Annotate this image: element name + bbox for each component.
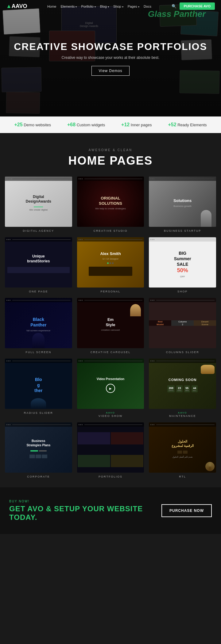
demo-label-shop: SHOP [177,290,188,293]
demo-thumb-creative-carousel: EmStyle creative carousel [77,298,144,348]
demo-thumb-corporate: BusinessStrategies Plans [5,422,72,473]
site-logo[interactable]: ▲ AAVO [6,3,27,10]
logo-accent: ▲ [6,3,12,10]
demo-item-creative-carousel[interactable]: EmStyle creative carousel CREATIVE CAROU… [77,298,144,354]
stats-bar: +25 Demo websites +68 Custom widgets +12… [0,116,221,133]
nav-shop[interactable]: Shop ▾ [113,5,123,8]
demo-item-video-show[interactable]: Video Presentation ▶ AAVO VIDEO SHOW [77,359,144,417]
demo-grid: DigitalDesignAwards We create digital DI… [0,177,221,487]
demo-thumb-rtl: الحلولالرقمية لمشروع نقدم لكم أفضل الحلو… [149,422,216,473]
purchase-button[interactable]: PURCHASE AVO [180,2,215,10]
demo-item-personal[interactable]: Alex Smith UI / UX Designer PERSONAL [77,237,144,293]
home-pages-section: AWESOME & CLEAN HOME PAGES DigitalDesign… [0,133,221,487]
nav-home[interactable]: Home [47,5,56,8]
demo-item-maintenance[interactable]: COMING SOON 269DAYS 23HRS 55MIN 44SEC AA… [149,359,216,417]
hero-cta-button[interactable]: View Demos [91,66,129,76]
hero-subtitle: Creative way to showcase your works at t… [14,55,207,60]
demo-label-corporate: CORPORATE [27,475,50,478]
demo-label-columns-slider: COLUMNS SLIDER [166,351,199,354]
navbar: ▲ AAVO Home Elements ▾ Portfolio ▾ Blog … [0,0,221,12]
hero-content: CREATIVE SHOWCASE PORTFOLIOS Creative wa… [14,41,207,76]
demo-item-business-startup[interactable]: Solutions Business growth BUSINESS START… [149,177,216,232]
demo-item-corporate[interactable]: BusinessStrategies Plans CO [5,422,72,478]
demo-label-creative-carousel: CREATIVE CAROUSEL [91,351,130,354]
section-label: AWESOME & CLEAN [6,148,215,152]
stat-label-4: Ready Elements [177,123,207,127]
demo-label-radius-slider: RADIUS SLIDER [24,411,53,414]
demo-thumb-maintenance: COMING SOON 269DAYS 23HRS 55MIN 44SEC [149,359,216,409]
stat-demo-websites: +25 Demo websites [14,122,51,128]
section-title: HOME PAGES [6,154,215,167]
stat-num-2: +68 [67,122,76,127]
search-icon[interactable]: 🔍 [172,4,176,9]
demo-sublabel-maintenance: AAVO [178,411,187,414]
demo-item-columns-slider[interactable]: RedModel Column2 DesertScene COLUMNS SLI… [149,298,216,354]
demo-item-radius-slider[interactable]: Blogther RADIUS SLIDER [5,359,72,417]
demo-thumb-full-screen: BlackPanther full screen experience [5,298,72,348]
footer-purchase-button[interactable]: PURCHASE NOW [161,504,212,517]
demo-item-rtl[interactable]: الحلولالرقمية لمشروع نقدم لكم أفضل الحلو… [149,422,216,478]
demo-label-business-startup: BUSINESS STARTUP [164,229,201,232]
demo-label-rtl: RTL [179,475,186,478]
stat-label-2: Custom widgets [77,123,105,127]
nav-links: Home Elements ▾ Portfolio ▾ Blog ▾ Shop … [47,3,151,9]
nav-right: 🔍 PURCHASE AVO [172,2,215,10]
demo-label-maintenance: MAINTENANCE [169,414,196,417]
stat-label-3: Inner pages [131,123,152,127]
demo-label-portfolios: PORTFOLIOS [99,475,122,478]
demo-thumb-business-startup: Solutions Business growth [149,177,216,227]
cta-title: GET AVO & SETUP YOUR WEBSITE TODAY. [9,505,161,522]
nav-docs[interactable]: Docs [144,5,151,8]
section-header: AWESOME & CLEAN HOME PAGES [0,133,221,177]
demo-label-full-screen: FULL SCREEN [25,351,51,354]
demo-thumb-portfolios [77,422,144,473]
demo-item-one-page[interactable]: UniquebrandStories ONE PAGE [5,237,72,293]
demo-thumb-one-page: UniquebrandStories [5,237,72,288]
demo-thumb-radius-slider: Blogther [5,359,72,409]
stat-num-4: +52 [168,122,176,127]
demo-thumb-personal: Alex Smith UI / UX Designer [77,237,144,288]
stat-num-3: +12 [121,122,130,127]
hero-title: CREATIVE SHOWCASE PORTFOLIOS [14,41,207,52]
nav-portfolio[interactable]: Portfolio ▾ [81,5,95,8]
demo-item-creative-studio[interactable]: ORIGINALSOLUTIONS We help to create stra… [77,177,144,232]
buy-now-label: BUY NOW! [9,500,161,503]
demo-sublabel-video: AAVO [106,411,115,414]
nav-pages[interactable]: Pages ▾ [128,5,139,8]
demo-item-portfolios[interactable]: PORTFOLIOS [77,422,144,478]
hero-section: DigitalDesign Awards Glass Panther ≡ Men… [0,0,221,116]
demo-thumb-columns-slider: RedModel Column2 DesertScene [149,298,216,348]
stat-custom-widgets: +68 Custom widgets [67,122,105,128]
cta-title-prefix: GET AVO & [9,505,54,513]
demo-thumb-digital-agency: DigitalDesignAwards We create digital [5,177,72,227]
demo-item-digital-agency[interactable]: DigitalDesignAwards We create digital DI… [5,177,72,232]
demo-item-shop[interactable]: BIGSummerSALE50% OFF SHOP [149,237,216,293]
stat-ready-elements: +52 Ready Elements [168,122,207,128]
demo-thumb-creative-studio: ORIGINALSOLUTIONS We help to create stra… [77,177,144,227]
stat-num-1: +25 [14,122,22,127]
demo-label-personal: PERSONAL [100,290,120,293]
demo-thumb-video-show: Video Presentation ▶ [77,359,144,409]
demo-label-video-show: VIDEO SHOW [99,414,123,417]
nav-blog[interactable]: Blog ▾ [100,5,109,8]
demo-item-full-screen[interactable]: BlackPanther full screen experience FULL… [5,298,72,354]
footer-cta: BUY NOW! GET AVO & SETUP YOUR WEBSITE TO… [0,487,221,534]
demo-thumb-shop: BIGSummerSALE50% OFF [149,237,216,288]
demo-label-one-page: ONE PAGE [29,290,48,293]
nav-elements[interactable]: Elements ▾ [60,5,77,8]
footer-cta-text: BUY NOW! GET AVO & SETUP YOUR WEBSITE TO… [9,500,161,522]
logo-text: AAVO [12,3,27,10]
stat-inner-pages: +12 Inner pages [121,122,152,128]
demo-label-digital-agency: DIGITAL AGENCY [23,229,54,232]
demo-label-creative-studio: CREATIVE STUDIO [94,229,128,232]
stat-label-1: Demo websites [24,123,51,127]
